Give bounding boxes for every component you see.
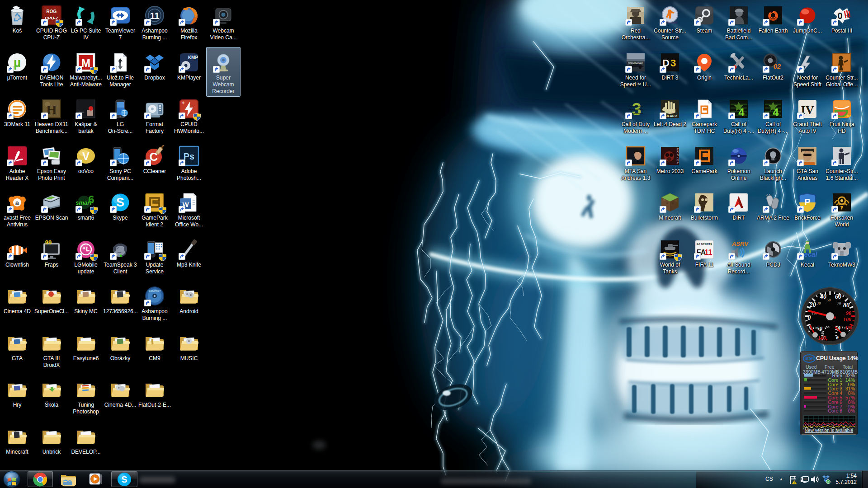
svg-text:KMP: KMP (188, 55, 198, 60)
svg-text:20: 20 (809, 301, 816, 308)
svg-text:intel: intel (805, 356, 814, 361)
svg-text:4: 4 (738, 106, 745, 118)
svg-text:!: ! (794, 481, 795, 484)
svg-text:S: S (116, 196, 124, 209)
svg-text:HD: HD (845, 114, 851, 118)
svg-text:50: 50 (827, 298, 831, 302)
svg-text:100: 100 (818, 335, 826, 341)
svg-text:ecal: ecal (804, 250, 817, 258)
svg-text:3: 3 (670, 57, 676, 69)
svg-text:0: 0 (808, 314, 811, 321)
svg-text:ROG: ROG (47, 9, 57, 14)
svg-text:90: 90 (846, 310, 851, 316)
svg-text:UNDERCOVER: UNDERCOVER (628, 62, 643, 64)
svg-text:80: 80 (843, 302, 849, 309)
svg-text:6: 6 (88, 193, 94, 206)
svg-text:70: 70 (837, 301, 842, 305)
svg-text:0: 0 (837, 11, 842, 21)
svg-text:0: 0 (836, 335, 839, 340)
svg-text:100: 100 (845, 325, 852, 330)
svg-text:EA SPORTS: EA SPORTS (697, 243, 712, 245)
svg-text:11: 11 (705, 249, 712, 256)
svg-text:V: V (82, 150, 90, 162)
svg-text:M O C K B A: M O C K B A (676, 148, 679, 164)
svg-text:COMPACT: COMPACT (148, 290, 161, 292)
svg-text:60: 60 (835, 293, 841, 300)
svg-text:µ: µ (14, 56, 21, 70)
svg-text:11: 11 (150, 11, 159, 21)
svg-text:40: 40 (820, 293, 826, 300)
svg-text:99: 99 (45, 239, 52, 246)
svg-text:ASRV: ASRV (731, 240, 749, 247)
svg-text:S: S (121, 474, 127, 484)
svg-text:+: + (181, 100, 184, 106)
svg-text:M: M (81, 57, 90, 69)
svg-text:3: 3 (632, 100, 641, 119)
svg-text:50: 50 (817, 325, 822, 332)
svg-text:100: 100 (843, 316, 851, 323)
svg-text:P: P (804, 197, 810, 207)
svg-text:a: a (15, 199, 19, 206)
svg-text:30: 30 (816, 301, 821, 305)
svg-text:4: 4 (773, 106, 779, 118)
svg-text:02: 02 (774, 62, 781, 70)
